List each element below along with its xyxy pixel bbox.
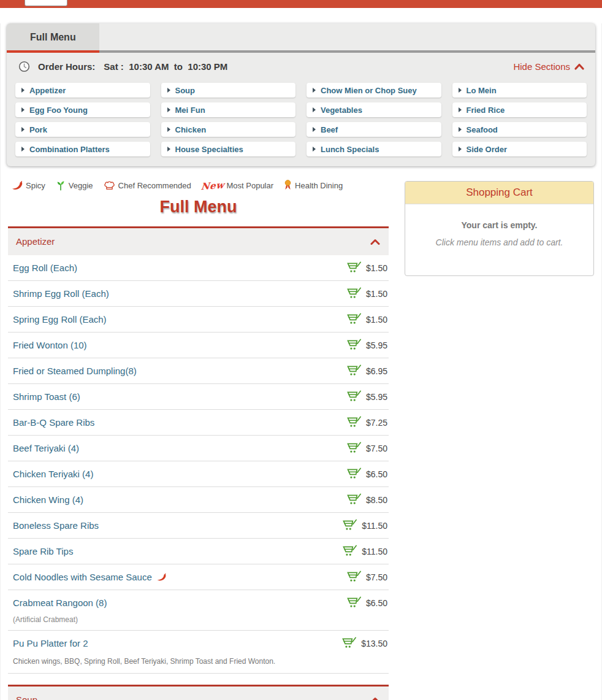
menu-item-row[interactable]: Fried Wonton (10) $5.95 (8, 333, 389, 358)
caret-right-icon (313, 88, 316, 93)
legend-label: Most Popular (226, 181, 273, 190)
category-button-lunch-specials[interactable]: Lunch Specials (307, 142, 441, 156)
menu-item-price: $5.95 (366, 392, 387, 402)
category-button-vegetables[interactable]: Vegetables (307, 102, 441, 117)
menu-item-row[interactable]: Spare Rib Tips $11.50 (8, 539, 389, 564)
hide-sections-label: Hide Sections (513, 61, 570, 72)
add-to-cart-icon[interactable] (346, 261, 362, 274)
tab-full-menu[interactable]: Full Menu (7, 23, 99, 53)
caret-right-icon (313, 147, 316, 152)
caret-right-icon (21, 107, 25, 112)
category-button-beef[interactable]: Beef (307, 122, 441, 137)
category-button-combination-platters[interactable]: Combination Platters (15, 142, 150, 156)
menu-item-price: $5.95 (366, 340, 387, 350)
add-to-cart-icon[interactable] (342, 545, 357, 558)
category-label: Beef (321, 125, 338, 134)
menu-item-row[interactable]: Chicken Wing (4) $8.50 (8, 487, 389, 513)
shopping-cart-body: Your cart is empty. Click menu items and… (405, 204, 593, 275)
menu-item-row[interactable]: Crabmeat Rangoon (8) $6.50 (Artificial C… (8, 590, 389, 631)
add-to-cart-icon[interactable] (346, 339, 362, 352)
shopping-cart-title: Shopping Cart (405, 182, 593, 204)
add-to-cart-icon[interactable] (346, 596, 362, 609)
menu-item-price: $6.50 (366, 598, 387, 608)
hide-sections-link[interactable]: Hide Sections (513, 61, 584, 72)
order-hours-label: Order Hours: (38, 61, 95, 72)
caret-right-icon (459, 107, 462, 112)
menu-item-price: $7.50 (366, 572, 387, 582)
menu-item-row[interactable]: Beef Teriyaki (4) $7.50 (8, 436, 389, 461)
menu-item-row[interactable]: Spring Egg Roll (Each) $1.50 (8, 307, 389, 333)
menu-item-price: $13.50 (361, 639, 387, 648)
menu-item-name: Bar-B-Q Spare Ribs (13, 417, 94, 428)
category-label: Chow Mien or Chop Suey (321, 86, 417, 95)
menu-item-row[interactable]: Egg Roll (Each) $1.50 (8, 255, 389, 281)
add-to-cart-icon[interactable] (346, 467, 362, 480)
chevron-up-icon[interactable] (370, 696, 380, 700)
menu-item-row[interactable]: Fried or Steamed Dumpling(8) $6.95 (8, 358, 389, 384)
add-to-cart-icon[interactable] (346, 364, 362, 377)
legend-health-dining: Health Dining (283, 180, 343, 191)
add-to-cart-icon[interactable] (346, 442, 362, 455)
category-button-chicken[interactable]: Chicken (161, 122, 296, 137)
caret-right-icon (21, 88, 25, 93)
menu-item-name: Spring Egg Roll (Each) (13, 314, 107, 325)
add-to-cart-icon[interactable] (346, 493, 362, 506)
sections-panel: Full Menu Order Hours: Sat : 10:30 AM to… (7, 23, 595, 166)
caret-right-icon (21, 147, 25, 152)
add-to-cart-icon[interactable] (346, 416, 362, 429)
add-to-cart-icon[interactable] (341, 637, 357, 650)
section-header[interactable]: Appetizer (8, 226, 389, 255)
menu-item-row[interactable]: Shrimp Egg Roll (Each) $1.50 (8, 281, 389, 307)
add-to-cart-icon[interactable] (346, 287, 362, 300)
menu-item-row[interactable]: Boneless Spare Ribs $11.50 (8, 513, 389, 539)
ribbon-icon (283, 180, 292, 191)
top-nav-button[interactable] (25, 0, 67, 6)
category-button-appetizer[interactable]: Appetizer (15, 83, 150, 98)
category-button-chow-mien-or-chop-suey[interactable]: Chow Mien or Chop Suey (307, 83, 441, 98)
chevron-up-icon[interactable] (370, 238, 380, 245)
cart-empty-message: Your cart is empty. (411, 220, 587, 230)
order-hours-value: Sat : 10:30 AM to 10:30 PM (104, 61, 227, 72)
category-button-mei-fun[interactable]: Mei Fun (161, 102, 296, 117)
category-button-soup[interactable]: Soup (161, 83, 296, 98)
category-button-house-specialties[interactable]: House Specialties (161, 142, 296, 156)
caret-right-icon (313, 107, 316, 112)
category-button-fried-rice[interactable]: Fried Rice (452, 102, 587, 117)
menu-item-name: Crabmeat Rangoon (8) (13, 598, 107, 608)
menu-item-price: $6.95 (366, 366, 387, 376)
category-button-pork[interactable]: Pork (15, 122, 150, 137)
category-button-egg-foo-young[interactable]: Egg Foo Young (15, 102, 150, 117)
menu-sections: Appetizer Egg Roll (Each) $1.50 (8, 226, 389, 700)
category-label: Chicken (175, 125, 207, 134)
caret-right-icon (313, 127, 316, 132)
menu-item-row[interactable]: Cold Noodles with Sesame Sauce (8, 564, 389, 590)
category-grid: Appetizer Soup Chow Mien or Chop Suey Lo… (7, 78, 595, 158)
menu-item-price: $7.25 (366, 418, 387, 428)
menu-item-row[interactable]: Bar-B-Q Spare Ribs $7.25 (8, 410, 389, 436)
menu-item-row[interactable]: Chicken Teriyaki (4) $6.50 (8, 461, 389, 487)
add-to-cart-icon[interactable] (346, 313, 362, 326)
category-button-lo-mein[interactable]: Lo Mein (452, 83, 587, 98)
section-items: Egg Roll (Each) $1.50 Shrimp Egg Roll (E… (8, 255, 389, 674)
legend-label: Veggie (69, 181, 93, 190)
menu-item-row[interactable]: Shrimp Toast (6) $5.95 (8, 384, 389, 410)
legend-chef-recommended: Chef Recommended (103, 180, 191, 191)
category-button-seafood[interactable]: Seafood (452, 122, 587, 137)
category-label: Side Order (467, 145, 507, 154)
category-label: House Specialties (175, 145, 243, 154)
menu-item-name: Pu Pu Platter for 2 (13, 638, 88, 648)
section-header[interactable]: Soup (8, 685, 389, 700)
add-to-cart-icon[interactable] (342, 519, 357, 532)
menu-item-name: Chicken Wing (4) (13, 494, 83, 505)
chevron-up-icon (574, 63, 584, 70)
add-to-cart-icon[interactable] (346, 571, 362, 583)
tab-bar: Full Menu (7, 23, 595, 53)
category-button-side-order[interactable]: Side Order (452, 142, 587, 156)
menu-section: Soup (8, 685, 389, 700)
add-to-cart-icon[interactable] (346, 390, 362, 403)
menu-item-price: $1.50 (366, 315, 387, 325)
legend-veggie: Veggie (55, 180, 93, 191)
legend-label: Chef Recommended (118, 181, 191, 190)
shopping-cart-panel: Shopping Cart Your cart is empty. Click … (405, 181, 594, 276)
menu-item-row[interactable]: Pu Pu Platter for 2 $13.50 Chicken wings… (8, 631, 389, 674)
